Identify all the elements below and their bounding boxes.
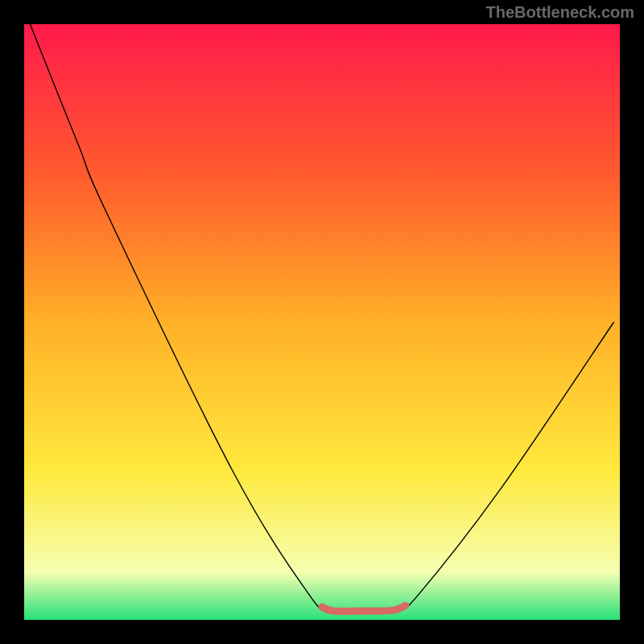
chart-container: TheBottleneck.com bbox=[0, 0, 644, 644]
watermark-label: TheBottleneck.com bbox=[486, 3, 634, 22]
bottleneck-chart bbox=[24, 24, 620, 620]
gradient-background bbox=[24, 24, 620, 620]
